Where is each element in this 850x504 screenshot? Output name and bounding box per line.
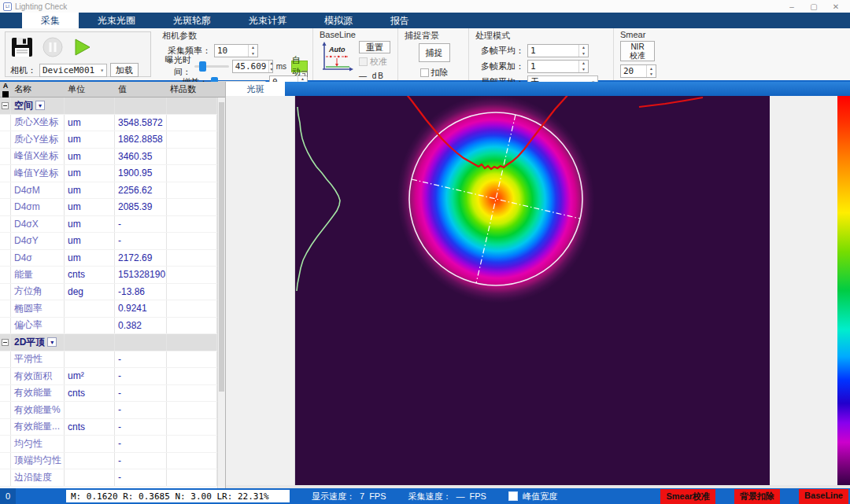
- table-row[interactable]: 质心X坐标um3548.5872: [0, 115, 217, 132]
- row-name: 顶端均匀性: [11, 453, 65, 469]
- ribbon-tab-aperture[interactable]: 光束光圈: [79, 13, 154, 28]
- row-samples: [167, 300, 217, 317]
- beam-view-panel: 光斑: [226, 82, 850, 488]
- row-value: -: [115, 368, 167, 384]
- exposure-slider[interactable]: [194, 61, 229, 72]
- row-value: 3548.5872: [115, 115, 167, 131]
- status-counter: 0: [0, 488, 16, 504]
- header-unit[interactable]: 单位: [65, 82, 115, 97]
- table-scrollbar[interactable]: [217, 97, 225, 488]
- close-button[interactable]: ✕: [825, 1, 847, 12]
- table-row[interactable]: 平滑性-: [0, 351, 217, 369]
- table-row[interactable]: 质心Y坐标um1862.8858: [0, 131, 217, 149]
- freq-spinner[interactable]: 10 ▲▼: [214, 44, 258, 57]
- row-value: 3460.35: [115, 149, 167, 165]
- table-group-row[interactable]: 2D平顶▾: [0, 334, 217, 351]
- baseline-badge[interactable]: BaseLine: [799, 489, 848, 504]
- table-row[interactable]: 有效面积um²-: [0, 368, 217, 385]
- group-dropdown-icon[interactable]: ▾: [47, 337, 57, 347]
- row-name: 峰值Y坐标: [11, 165, 65, 182]
- save-icon[interactable]: [10, 36, 34, 58]
- table-row[interactable]: 顶端均匀性-: [0, 453, 217, 470]
- spinner-arrows-icon[interactable]: ▲▼: [248, 45, 257, 57]
- row-name: 方位角: [11, 284, 65, 300]
- table-row[interactable]: 能量cnts151328190: [0, 267, 217, 284]
- group-dropdown-icon[interactable]: ▾: [35, 101, 45, 110]
- table-row[interactable]: 峰值X坐标um3460.35: [0, 149, 217, 166]
- capture-button[interactable]: 捕捉: [419, 43, 450, 62]
- row-unit: um: [65, 131, 115, 148]
- table-row[interactable]: 椭圆率0.9241: [0, 300, 217, 318]
- row-unit: cnts: [65, 419, 115, 436]
- slider-handle[interactable]: [199, 61, 206, 72]
- table-row[interactable]: 有效能量...cnts-: [0, 419, 217, 436]
- row-name: 峰值X坐标: [11, 149, 65, 165]
- peak-width-checkbox[interactable]: 峰值宽度: [508, 491, 557, 502]
- header-value[interactable]: 值: [115, 82, 167, 97]
- header-samples[interactable]: 样品数: [167, 82, 225, 97]
- collapse-minus-icon[interactable]: [2, 102, 9, 109]
- scrollbar-thumb[interactable]: [219, 102, 224, 392]
- header-name[interactable]: 名称: [11, 82, 65, 97]
- spinner-arrows-icon[interactable]: ▲▼: [646, 65, 656, 77]
- major-axis-line: [412, 179, 580, 219]
- spinner-arrows-icon[interactable]: ▲▼: [578, 61, 588, 72]
- row-value: 2172.69: [115, 250, 167, 267]
- baseline-title: BaseLine: [320, 30, 393, 39]
- row-name: 质心Y坐标: [11, 131, 65, 148]
- smear-spinner[interactable]: 20 ▲▼: [620, 64, 656, 78]
- row-unit: um: [65, 182, 115, 199]
- calibrate-checkbox[interactable]: 校准: [359, 56, 387, 68]
- table-group-row[interactable]: 空间▾: [0, 97, 217, 115]
- row-value: 2256.62: [115, 182, 167, 199]
- smear-calibration-badge[interactable]: Smear校准: [660, 489, 715, 504]
- beam-image[interactable]: [295, 96, 770, 485]
- multi-frame-acc-spinner[interactable]: 1 ▲▼: [527, 60, 589, 73]
- ribbon-tab-calculation[interactable]: 光束计算: [230, 13, 305, 28]
- table-row[interactable]: D4σXum-: [0, 216, 217, 234]
- table-row[interactable]: D4σum2172.69: [0, 250, 217, 267]
- table-row[interactable]: 峰值Y坐标um1900.95: [0, 165, 217, 182]
- ribbon-tab-report[interactable]: 报告: [371, 13, 428, 28]
- row-value: 2085.39: [115, 199, 167, 215]
- dialog-launcher-icon[interactable]: [301, 71, 308, 77]
- table-row[interactable]: 有效能量cnts-: [0, 385, 217, 403]
- acquisition-controls-group: 相机： DeviceM001▾ 加载: [5, 31, 151, 77]
- exposure-spinner[interactable]: 45.609 ▲▼: [232, 60, 273, 73]
- ribbon-tab-capture[interactable]: 采集: [22, 13, 79, 28]
- camera-select[interactable]: DeviceM001▾: [39, 64, 107, 77]
- play-icon[interactable]: [72, 37, 92, 57]
- display-speed-value: 7: [360, 491, 364, 501]
- table-row[interactable]: D4σmum2085.39: [0, 199, 217, 216]
- pause-icon[interactable]: [42, 36, 64, 58]
- row-samples: [167, 453, 217, 469]
- row-samples: [167, 334, 217, 351]
- subtract-checkbox[interactable]: 扣除: [405, 67, 464, 79]
- table-row[interactable]: 方位角deg-13.86: [0, 284, 217, 301]
- maximize-button[interactable]: ▢: [803, 1, 825, 12]
- tab-beam-spot[interactable]: 光斑: [226, 82, 285, 96]
- table-row[interactable]: 均匀性-: [0, 436, 217, 453]
- multi-frame-avg-spinner[interactable]: 1 ▲▼: [527, 44, 589, 57]
- table-row[interactable]: D4σMum2256.62: [0, 182, 217, 200]
- minimize-button[interactable]: –: [781, 1, 803, 12]
- collapse-minus-icon[interactable]: [2, 339, 9, 346]
- spinner-arrows-icon[interactable]: ▲▼: [578, 45, 588, 57]
- spinner-arrows-icon[interactable]: ▲▼: [268, 61, 273, 72]
- table-row[interactable]: 偏心率0.382: [0, 318, 217, 335]
- baseline-reset-button[interactable]: 重置: [359, 41, 390, 53]
- row-unit: um: [65, 165, 115, 182]
- load-button[interactable]: 加载: [110, 63, 139, 77]
- ribbon-tab-simulation[interactable]: 模拟源: [305, 13, 371, 28]
- table-row[interactable]: 边沿陡度-: [0, 469, 217, 487]
- table-row[interactable]: 有效能量%-: [0, 402, 217, 419]
- row-samples: [167, 436, 217, 452]
- nir-calibrate-button[interactable]: NIR 校准: [620, 41, 655, 61]
- view-tab-bar: 光斑: [226, 82, 850, 96]
- ribbon-tab-profile[interactable]: 光斑轮廓: [154, 13, 230, 28]
- table-row[interactable]: D4σYum-: [0, 233, 217, 250]
- left-margin-strip: [226, 96, 295, 485]
- acquire-speed-value: —: [456, 491, 465, 501]
- capture-background-group: 捕捉背景 捕捉 扣除: [398, 28, 469, 80]
- background-subtract-badge[interactable]: 背景扣除: [734, 489, 780, 504]
